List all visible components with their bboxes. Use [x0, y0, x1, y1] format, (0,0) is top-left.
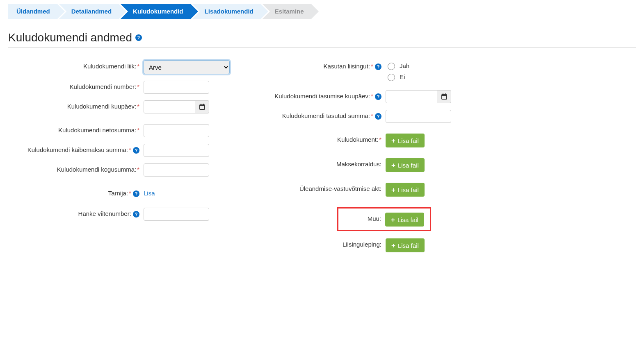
supplier-label: Tarnija:* — [8, 187, 144, 197]
paid-sum-input[interactable] — [386, 110, 451, 123]
paid-date-calendar-button[interactable] — [437, 90, 451, 103]
add-file-text: Lisa fail — [398, 242, 419, 249]
leasing-contract-label: Liisinguleping: — [263, 238, 386, 248]
net-input[interactable] — [144, 124, 209, 137]
leasing-yes-radio[interactable] — [388, 63, 395, 70]
help-icon[interactable] — [375, 113, 381, 120]
paid-sum-label: Kuludokumendi tasutud summa:* — [263, 110, 386, 120]
leasing-yes-option[interactable]: Jah — [386, 61, 529, 70]
add-file-text: Lisa fail — [398, 137, 419, 144]
total-input[interactable] — [144, 163, 209, 177]
handover-add-file-button[interactable]: + Lisa fail — [386, 183, 425, 197]
leasing-yes-text: Jah — [400, 62, 409, 69]
page-title-text: Kuludokumendi andmed — [8, 31, 132, 44]
wizard-step-detailandmed[interactable]: Detailandmed — [59, 4, 119, 19]
other-highlight-box: Muu: + Lisa fail — [337, 207, 431, 231]
procurement-label: Hanke viitenumber: — [8, 208, 144, 218]
doc-date-calendar-button[interactable] — [195, 100, 209, 113]
add-file-text: Lisa fail — [398, 162, 419, 169]
leasing-label: Kasutan liisingut:* — [263, 60, 386, 70]
wizard: Üldandmed Detailandmed Kuludokumendid Li… — [8, 0, 636, 31]
help-icon[interactable] — [375, 93, 381, 100]
payment-order-add-file-button[interactable]: + Lisa fail — [386, 158, 425, 172]
paid-date-input[interactable] — [386, 90, 437, 103]
add-file-text: Lisa fail — [398, 186, 419, 193]
doc-type-select[interactable]: Arve — [144, 60, 230, 74]
handover-label: Üleandmise-vastuvõtmise akt: — [263, 183, 386, 192]
help-icon[interactable] — [133, 211, 139, 218]
vat-input[interactable] — [144, 144, 209, 157]
plus-icon: + — [391, 186, 395, 193]
doc-type-label: Kuludokumendi liik:* — [8, 60, 144, 70]
wizard-step-esitamine: Esitamine — [263, 4, 311, 19]
cost-doc-label: Kuludokument:* — [263, 134, 386, 143]
supplier-add-link[interactable]: Lisa — [144, 190, 155, 197]
help-icon[interactable] — [375, 63, 381, 70]
page-title: Kuludokumendi andmed — [8, 31, 636, 48]
plus-icon: + — [391, 137, 395, 144]
plus-icon: + — [391, 242, 395, 249]
doc-date-label: Kuludokumendi kuupäev:* — [8, 100, 144, 110]
add-file-text: Lisa fail — [397, 216, 418, 223]
wizard-step-kuludokumendid[interactable]: Kuludokumendid — [121, 4, 191, 19]
leasing-no-radio[interactable] — [388, 74, 395, 81]
help-icon[interactable] — [133, 147, 139, 154]
doc-date-input[interactable] — [144, 100, 195, 113]
leasing-no-text: Ei — [400, 73, 405, 80]
procurement-input[interactable] — [144, 208, 209, 221]
vat-label: Kuludokumendi käibemaksu summa:* — [8, 144, 144, 154]
doc-number-label: Kuludokumendi number:* — [8, 81, 144, 90]
leasing-no-option[interactable]: Ei — [386, 73, 529, 81]
net-label: Kuludokumendi netosumma:* — [8, 124, 144, 134]
payment-order-label: Maksekorraldus: — [263, 158, 386, 168]
right-column: Kasutan liisingut:* Jah Ei Kuludokumendi… — [263, 60, 529, 259]
plus-icon: + — [391, 162, 395, 169]
plus-icon: + — [391, 216, 395, 223]
leasing-contract-add-file-button[interactable]: + Lisa fail — [386, 238, 425, 252]
help-icon[interactable] — [133, 190, 139, 197]
total-label: Kuludokumendi kogusumma:* — [8, 163, 144, 173]
other-label: Muu: — [344, 213, 385, 222]
wizard-step-lisadokumendid[interactable]: Lisadokumendid — [192, 4, 261, 19]
paid-date-label: Kuludokumendi tasumise kuupäev:* — [263, 90, 386, 100]
left-column: Kuludokumendi liik:* Arve Kuludokumendi … — [8, 60, 238, 227]
other-add-file-button[interactable]: + Lisa fail — [385, 213, 424, 227]
calendar-icon — [441, 93, 448, 100]
doc-number-input[interactable] — [144, 81, 209, 94]
calendar-icon — [199, 104, 206, 110]
wizard-step-uldandmed[interactable]: Üldandmed — [8, 4, 57, 19]
help-icon[interactable] — [135, 34, 142, 41]
cost-doc-add-file-button[interactable]: + Lisa fail — [386, 134, 425, 147]
